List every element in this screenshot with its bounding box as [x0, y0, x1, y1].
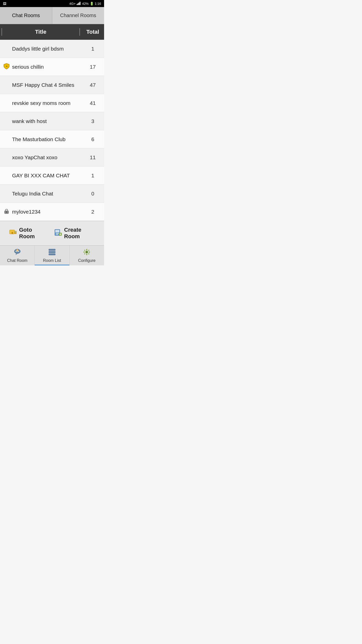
- column-header: Title Total: [0, 24, 104, 40]
- list-item[interactable]: mylove1234 2: [0, 203, 104, 221]
- svg-rect-9: [12, 232, 13, 234]
- create-room-button[interactable]: Create Room: [50, 225, 99, 242]
- room-name-5: wank with host: [12, 118, 84, 124]
- status-bar-icons: 4G+ 42% 🔋 1:16: [69, 2, 101, 6]
- list-item[interactable]: GAY BI XXX CAM CHAT 1: [0, 167, 104, 185]
- column-total-header: Total: [81, 29, 104, 35]
- room-name-2: serious chillin: [12, 64, 84, 70]
- tab-channel-rooms[interactable]: Channel Rooms: [52, 7, 104, 24]
- room-name-1: Daddys little girl bdsm: [12, 46, 84, 52]
- list-item[interactable]: xoxo YapChat xoxo 11: [0, 148, 104, 167]
- action-bar: Goto Room Create Room: [0, 221, 104, 245]
- svg-rect-11: [15, 231, 16, 232]
- svg-rect-3: [80, 2, 80, 5]
- room-name-6: The Masturbation Club: [12, 136, 84, 142]
- svg-rect-1: [78, 3, 78, 5]
- room-list-nav-label: Room List: [43, 258, 61, 263]
- svg-rect-0: [77, 4, 77, 5]
- svg-rect-26: [49, 251, 55, 253]
- bottom-nav: Chat Room Room List: [0, 245, 104, 265]
- network-type: 4G+: [69, 2, 76, 6]
- room-count-5: 3: [84, 118, 102, 124]
- svg-point-24: [16, 249, 18, 251]
- configure-nav-label: Configure: [78, 258, 96, 263]
- list-item[interactable]: Daddys little girl bdsm 1: [0, 40, 104, 58]
- list-item[interactable]: Telugu India Chat 0: [0, 185, 104, 203]
- room-count-8: 1: [84, 173, 102, 179]
- list-item[interactable]: MSF Happy Chat 4 Smiles 47: [0, 76, 104, 94]
- svg-rect-25: [49, 249, 55, 251]
- create-room-icon: [54, 228, 62, 238]
- list-item[interactable]: wank with host 3: [0, 112, 104, 130]
- room-count-6: 6: [84, 136, 102, 142]
- status-bar-left-icon: 🖼: [3, 2, 6, 6]
- room-name-10: mylove1234: [12, 209, 84, 215]
- svg-rect-33: [89, 252, 90, 253]
- svg-rect-34: [84, 250, 85, 251]
- goto-room-icon: [9, 228, 17, 238]
- chat-room-nav-label: Chat Room: [7, 258, 27, 263]
- signal-icon: [77, 2, 81, 6]
- goto-room-label: Goto Room: [19, 227, 46, 240]
- room-name-8: GAY BI XXX CAM CHAT: [12, 173, 84, 179]
- room-count-1: 1: [84, 46, 102, 52]
- room-count-2: 17: [84, 64, 102, 70]
- battery-level: 42%: [82, 2, 89, 6]
- svg-rect-32: [83, 252, 85, 253]
- svg-rect-37: [88, 253, 89, 255]
- col-divider-left: [2, 28, 2, 36]
- svg-point-29: [86, 252, 87, 253]
- list-item[interactable]: The Masturbation Club 6: [0, 130, 104, 148]
- create-room-label: Create Room: [64, 227, 95, 240]
- room-name-4: revskie sexy moms room: [12, 100, 84, 106]
- room-name-3: MSF Happy Chat 4 Smiles: [12, 82, 84, 88]
- svg-rect-31: [86, 254, 87, 255]
- room-list: Daddys little girl bdsm 1 ★ serious chil…: [0, 40, 104, 221]
- svg-rect-35: [88, 250, 89, 251]
- room-count-10: 2: [84, 209, 102, 215]
- shield-icon: ★: [3, 63, 11, 71]
- battery-icon: 🔋: [90, 2, 94, 6]
- svg-rect-36: [84, 253, 85, 255]
- goto-room-button[interactable]: Goto Room: [5, 225, 50, 242]
- room-count-9: 0: [84, 191, 102, 197]
- chat-room-nav-icon: [14, 249, 21, 257]
- tab-header: Chat Rooms Channel Rooms: [0, 7, 104, 24]
- room-name-9: Telugu India Chat: [12, 191, 84, 197]
- svg-rect-13: [55, 230, 59, 232]
- svg-rect-30: [86, 249, 87, 250]
- nav-configure[interactable]: Configure: [70, 246, 104, 265]
- nav-room-list[interactable]: Room List: [35, 246, 69, 265]
- svg-rect-2: [79, 3, 79, 5]
- room-count-4: 41: [84, 100, 102, 106]
- lock-icon: [3, 208, 11, 216]
- room-name-7: xoxo YapChat xoxo: [12, 154, 84, 160]
- configure-nav-icon: [83, 249, 90, 257]
- col-divider-right: [79, 28, 80, 36]
- time-display: 1:16: [95, 2, 101, 6]
- svg-text:★: ★: [6, 65, 8, 68]
- list-item[interactable]: revskie sexy moms room 41: [0, 94, 104, 112]
- svg-point-7: [6, 211, 7, 212]
- room-list-nav-icon: [48, 249, 56, 257]
- svg-rect-10: [15, 231, 17, 234]
- tab-chat-rooms[interactable]: Chat Rooms: [0, 7, 52, 24]
- status-bar: 🖼 4G+ 42% 🔋 1:16: [0, 0, 104, 7]
- room-count-3: 47: [84, 82, 102, 88]
- list-item[interactable]: ★ serious chillin 17: [0, 58, 104, 76]
- svg-rect-27: [49, 254, 55, 255]
- column-title-header: Title: [4, 29, 78, 35]
- room-count-7: 11: [84, 154, 102, 160]
- nav-chat-room[interactable]: Chat Room: [0, 246, 35, 265]
